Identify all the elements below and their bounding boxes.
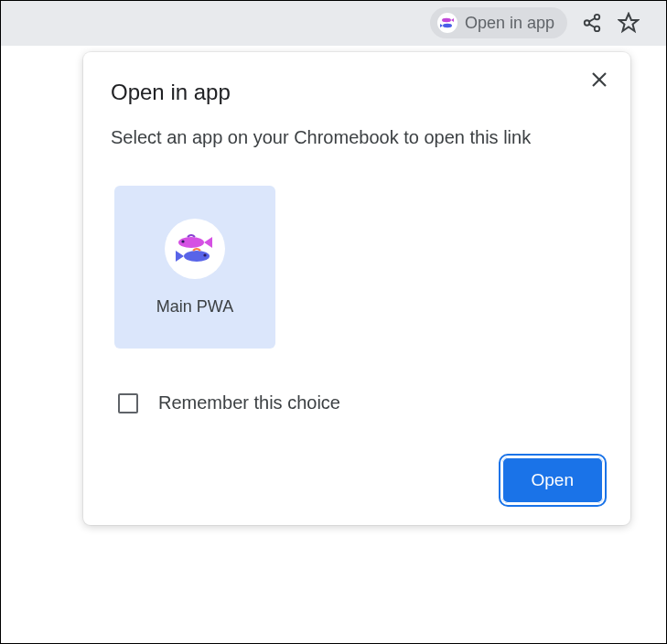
svg-point-2 bbox=[443, 24, 452, 27]
svg-point-14 bbox=[181, 240, 184, 242]
svg-marker-9 bbox=[619, 14, 638, 31]
fish-app-icon bbox=[165, 219, 225, 279]
remember-choice-row: Remember this choice bbox=[118, 392, 603, 413]
svg-point-4 bbox=[595, 15, 600, 20]
open-in-app-chip[interactable]: Open in app bbox=[430, 7, 567, 38]
bookmark-star-icon[interactable] bbox=[617, 11, 640, 35]
svg-line-8 bbox=[589, 24, 595, 27]
app-option-main-pwa[interactable]: Main PWA bbox=[114, 186, 275, 349]
dialog-description: Select an app on your Chromebook to open… bbox=[111, 123, 603, 151]
remember-label: Remember this choice bbox=[158, 392, 340, 413]
dialog-title: Open in app bbox=[111, 80, 603, 105]
svg-point-5 bbox=[585, 20, 590, 26]
svg-marker-13 bbox=[204, 237, 212, 248]
share-icon[interactable] bbox=[580, 11, 604, 35]
fish-app-icon bbox=[437, 13, 457, 33]
svg-line-7 bbox=[589, 18, 595, 22]
svg-point-6 bbox=[595, 27, 600, 31]
open-button[interactable]: Open bbox=[502, 457, 603, 503]
chip-label: Open in app bbox=[465, 14, 554, 33]
app-name-label: Main PWA bbox=[156, 297, 233, 317]
svg-marker-1 bbox=[451, 18, 454, 22]
open-in-app-dialog: Open in app Select an app on your Chrome… bbox=[83, 52, 630, 525]
close-button[interactable] bbox=[586, 67, 612, 92]
dialog-actions: Open bbox=[111, 457, 603, 503]
browser-toolbar: Open in app bbox=[1, 1, 666, 45]
svg-point-0 bbox=[442, 18, 451, 22]
svg-marker-16 bbox=[176, 251, 184, 262]
svg-point-17 bbox=[203, 253, 206, 256]
svg-marker-3 bbox=[440, 24, 443, 27]
remember-checkbox[interactable] bbox=[118, 393, 138, 413]
